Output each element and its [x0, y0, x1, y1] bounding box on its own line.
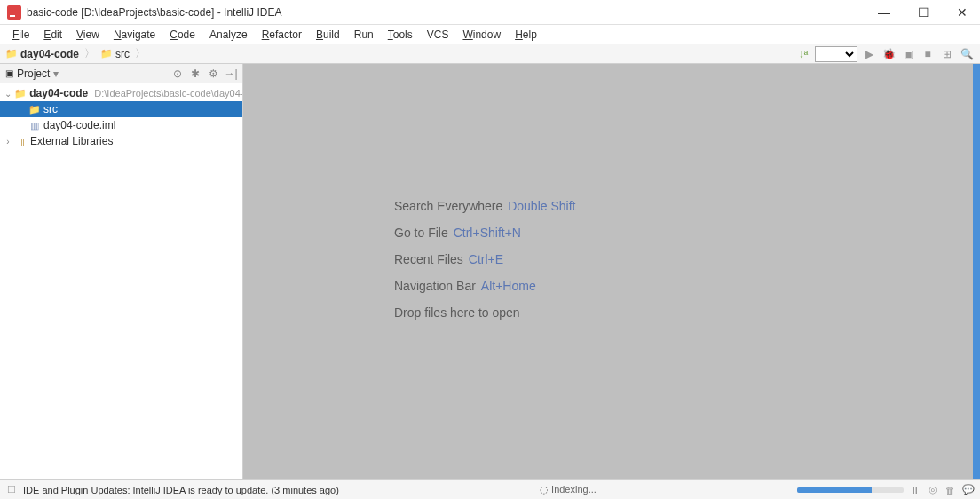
file-icon: ▥: [28, 119, 41, 131]
breadcrumb-label: src: [115, 48, 130, 60]
hint-shortcut: Ctrl+Shift+N: [454, 226, 521, 240]
menu-window[interactable]: Window: [455, 27, 508, 43]
panel-title: Project: [17, 67, 50, 80]
tree-root[interactable]: ⌄ 📁 day04-code D:\IdeaProjects\basic-cod…: [0, 85, 242, 101]
minimize-button[interactable]: —: [873, 2, 895, 23]
menu-view[interactable]: View: [69, 27, 107, 43]
indexing-progress: [797, 487, 904, 493]
menu-run[interactable]: Run: [347, 27, 381, 43]
breadcrumb-item-src[interactable]: 📁 src: [100, 48, 130, 60]
project-tree: ⌄ 📁 day04-code D:\IdeaProjects\basic-cod…: [0, 83, 242, 479]
menu-code[interactable]: Code: [162, 27, 202, 43]
tree-path: D:\IdeaProjects\basic-code\day04-co: [94, 88, 242, 99]
project-icon: ▣: [5, 68, 13, 78]
status-bar: ☐ IDE and Plugin Updates: IntelliJ IDEA …: [0, 479, 980, 499]
tree-label: External Libraries: [30, 135, 113, 147]
coverage-icon[interactable]: ▣: [900, 46, 916, 62]
dropdown-icon[interactable]: ▾: [53, 67, 59, 80]
pause-icon[interactable]: ⏸: [909, 484, 921, 496]
nav-bar: 📁 day04-code 〉 📁 src 〉 ↓ª ▶ 🐞 ▣ ■ ⊞ 🔍: [0, 44, 980, 64]
chevron-right-icon: 〉: [135, 46, 146, 61]
editor-area[interactable]: Search Everywhere Double Shift Go to Fil…: [243, 64, 980, 479]
menu-navigate[interactable]: Navigate: [107, 27, 162, 43]
menu-help[interactable]: Help: [508, 27, 544, 43]
hint-recent-files: Recent Files Ctrl+E: [394, 252, 575, 266]
menu-vcs[interactable]: VCS: [420, 27, 456, 43]
maximize-button[interactable]: ☐: [913, 2, 934, 23]
trash-icon[interactable]: 🗑: [944, 484, 957, 496]
structure-icon[interactable]: ⊞: [939, 46, 955, 62]
folder-icon: 📁: [5, 48, 18, 60]
project-panel: ▣ Project ▾ ⊙ ✱ ⚙ →| ⌄ 📁 day04-code D:\I…: [0, 64, 243, 479]
hint-shortcut: Alt+Home: [481, 279, 536, 293]
tree-label: src: [43, 103, 58, 115]
notifications-icon[interactable]: 💬: [962, 484, 975, 496]
gear-icon[interactable]: ⚙: [207, 67, 219, 80]
run-icon[interactable]: ▶: [861, 46, 877, 62]
main-area: ▣ Project ▾ ⊙ ✱ ⚙ →| ⌄ 📁 day04-code D:\I…: [0, 64, 980, 479]
window-title: basic-code [D:\IdeaProjects\basic-code] …: [27, 6, 281, 19]
collapse-icon[interactable]: ✱: [189, 67, 202, 80]
menu-analyze[interactable]: Analyze: [202, 27, 255, 43]
sort-icon[interactable]: ↓ª: [795, 46, 811, 62]
search-icon[interactable]: 🔍: [959, 46, 975, 62]
breadcrumb: 📁 day04-code 〉 📁 src 〉: [5, 46, 147, 61]
scroll-target-icon[interactable]: ⊙: [171, 67, 184, 80]
hint-label: Go to File: [394, 226, 448, 240]
welcome-hints: Search Everywhere Double Shift Go to Fil…: [394, 199, 575, 320]
app-icon: [7, 5, 21, 20]
stop-icon[interactable]: ■: [920, 46, 936, 62]
chevron-down-icon[interactable]: ⌄: [4, 89, 12, 99]
module-icon: 📁: [14, 87, 27, 99]
hint-search-everywhere: Search Everywhere Double Shift: [394, 199, 575, 213]
source-folder-icon: 📁: [28, 103, 41, 115]
hint-drop-files: Drop files here to open: [394, 305, 575, 320]
library-icon: ⫼: [15, 135, 28, 147]
svg-rect-1: [10, 15, 15, 17]
tree-item-src[interactable]: 📁 src: [0, 101, 242, 117]
hint-shortcut: Double Shift: [508, 199, 575, 213]
hint-label: Recent Files: [394, 252, 463, 266]
tree-label: day04-code.iml: [43, 119, 115, 131]
title-bar: basic-code [D:\IdeaProjects\basic-code] …: [0, 0, 980, 25]
tree-external-libs[interactable]: › ⫼ External Libraries: [0, 133, 242, 149]
chevron-right-icon[interactable]: ›: [4, 137, 12, 147]
tree-label: day04-code: [29, 87, 88, 99]
menu-edit[interactable]: Edit: [36, 27, 69, 43]
info-icon[interactable]: ☐: [5, 484, 18, 496]
hint-label: Search Everywhere: [394, 199, 502, 213]
hint-label: Drop files here to open: [394, 305, 520, 320]
breadcrumb-label: day04-code: [20, 48, 79, 60]
status-message[interactable]: IDE and Plugin Updates: IntelliJ IDEA is…: [23, 485, 339, 495]
hint-goto-file: Go to File Ctrl+Shift+N: [394, 226, 575, 240]
chevron-right-icon: 〉: [84, 46, 95, 61]
menu-build[interactable]: Build: [309, 27, 347, 43]
folder-icon: 📁: [100, 48, 113, 60]
menu-file[interactable]: File: [5, 27, 36, 43]
panel-header: ▣ Project ▾ ⊙ ✱ ⚙ →|: [0, 64, 242, 83]
run-config-select[interactable]: [815, 46, 858, 62]
inspections-icon[interactable]: ◎: [927, 484, 939, 496]
menu-bar: File Edit View Navigate Code Analyze Ref…: [0, 25, 980, 44]
hint-shortcut: Ctrl+E: [469, 252, 503, 266]
hide-icon[interactable]: →|: [225, 67, 237, 80]
indexing-label: Indexing...: [551, 484, 597, 495]
debug-icon[interactable]: 🐞: [881, 46, 897, 62]
hint-nav-bar: Navigation Bar Alt+Home: [394, 279, 575, 293]
menu-tools[interactable]: Tools: [381, 27, 420, 43]
breadcrumb-item-root[interactable]: 📁 day04-code: [5, 48, 79, 60]
hint-label: Navigation Bar: [394, 279, 476, 293]
svg-rect-0: [7, 5, 21, 20]
spinner-icon: ◌: [540, 484, 549, 495]
menu-refactor[interactable]: Refactor: [255, 27, 309, 43]
close-button[interactable]: ✕: [952, 2, 973, 23]
tree-item-iml[interactable]: ▥ day04-code.iml: [0, 117, 242, 133]
